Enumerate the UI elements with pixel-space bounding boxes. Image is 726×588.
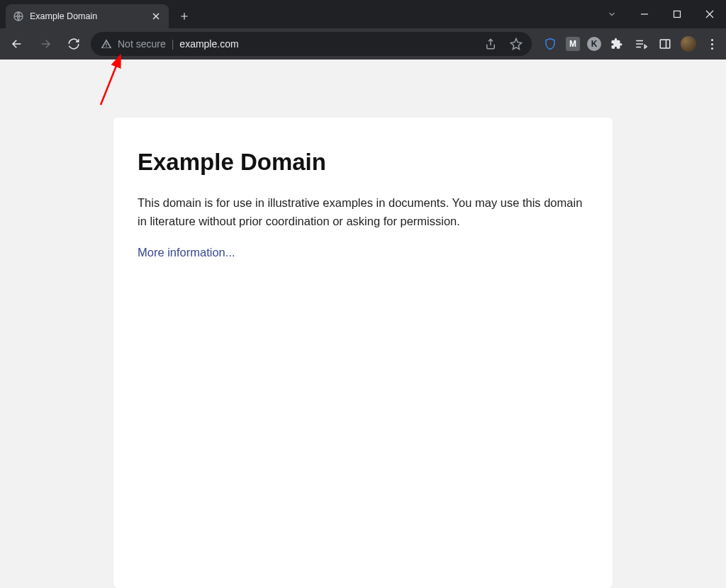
k-extension-icon[interactable]: K (587, 37, 601, 51)
separator: | (172, 38, 174, 50)
browser-toolbar: Not secure | example.com M K (0, 28, 726, 60)
content-card: Example Domain This domain is for use in… (113, 118, 613, 588)
window-titlebar: Example Domain (0, 0, 726, 28)
close-tab-icon[interactable] (150, 11, 162, 22)
window-controls (596, 0, 726, 28)
address-bar[interactable]: Not secure | example.com (91, 32, 532, 56)
close-window-button[interactable] (693, 0, 726, 28)
profile-avatar[interactable] (681, 36, 696, 52)
chrome-menu-button[interactable] (703, 33, 720, 55)
bookmark-star-icon[interactable] (506, 34, 526, 54)
tab-title: Example Domain (30, 11, 145, 21)
svg-rect-3 (660, 40, 670, 48)
shield-extension-icon[interactable] (542, 35, 559, 52)
new-tab-button[interactable] (174, 6, 194, 26)
extension-icons: M K (542, 33, 720, 55)
page-paragraph: This domain is for use in illustrative e… (138, 194, 588, 230)
tab-search-icon[interactable] (596, 0, 628, 28)
maximize-button[interactable] (661, 0, 693, 28)
reload-button[interactable] (62, 33, 85, 55)
security-status-label: Not secure (118, 38, 166, 50)
browser-tab[interactable]: Example Domain (6, 4, 169, 28)
tabs-area: Example Domain (6, 0, 194, 28)
globe-icon (13, 11, 24, 22)
extensions-puzzle-icon[interactable] (608, 35, 625, 52)
svg-rect-2 (674, 11, 681, 18)
playlist-extension-icon[interactable] (632, 35, 649, 52)
m-extension-icon[interactable]: M (566, 37, 580, 51)
page-viewport: Example Domain This domain is for use in… (0, 60, 726, 588)
back-button[interactable] (6, 33, 28, 55)
forward-button[interactable] (34, 33, 57, 55)
share-icon[interactable] (481, 34, 501, 54)
minimize-button[interactable] (628, 0, 661, 28)
warning-icon[interactable] (101, 38, 112, 50)
sidepanel-icon[interactable] (657, 35, 674, 52)
more-info-link[interactable]: More information... (138, 246, 235, 259)
page-heading: Example Domain (138, 149, 588, 176)
url-text: example.com (179, 38, 475, 50)
